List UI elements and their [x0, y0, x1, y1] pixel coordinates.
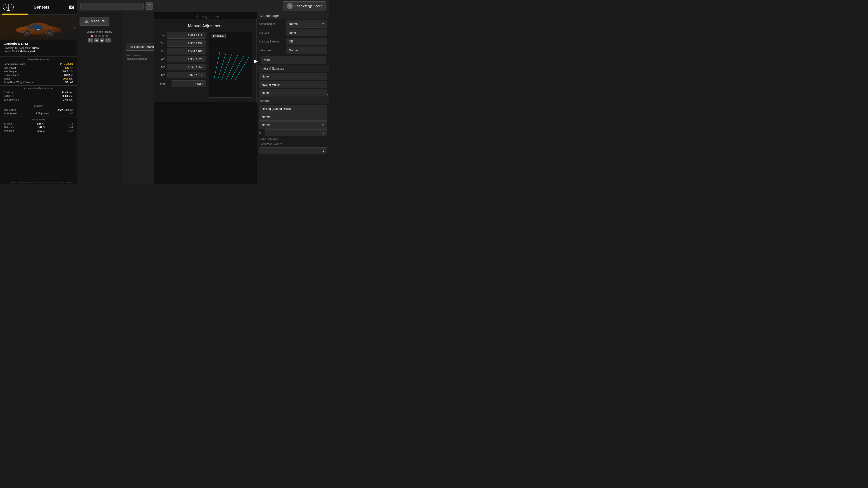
svg-line-18: [218, 53, 226, 80]
gear-2-value[interactable]: 1.933 / 152: [167, 40, 206, 46]
intercooler-select[interactable]: Normal: [286, 46, 327, 54]
supercharger-extra-select[interactable]: None: [260, 56, 326, 64]
brake-type-select[interactable]: Racing (Slotted Discs): [259, 105, 327, 112]
supercharger-section: Supercharger Turbocharger Normal ▼ Anti-…: [257, 12, 329, 65]
antilag-system-value: Off: [289, 40, 293, 43]
brake-pct-row: % 0: [259, 129, 327, 136]
drivetrain-row: Drivetrain FR / Aspiration Turbo: [4, 46, 73, 49]
brand-logo: [3, 3, 14, 12]
base-performance-title: Base Performance: [0, 58, 76, 61]
turbocharger-select[interactable]: Normal ▼: [286, 20, 327, 28]
engine-row: Engine Model V6-Genesis-X: [4, 50, 73, 53]
svg-line-19: [221, 54, 232, 80]
svg-text:102: 102: [37, 28, 40, 30]
antilag-system-select[interactable]: Off: [286, 38, 327, 45]
top-bar: ☰ ✎ Edit Settings Sheet: [77, 0, 329, 12]
weight-balance-value: 52 : 48: [65, 81, 73, 84]
modal-body: 1st 2.481 / 118 2nd 1.933 / 152 3rd 1.58…: [158, 32, 252, 98]
pp-row: Performance Points PP 702.10: [0, 62, 76, 66]
front-rear-balance-value-display: 0: [326, 142, 327, 146]
history-title: Measurement History: [79, 30, 120, 33]
rpm-badge: 6700 rpm: [211, 34, 225, 38]
edit-settings-button[interactable]: ✎ Edit Settings Sheet: [283, 1, 326, 11]
gear-3-label: 3rd: [158, 50, 165, 53]
gear-4-label: 4th: [158, 57, 165, 61]
pp-value: PP 702.10: [60, 62, 73, 66]
antilag-system-label: Anti-Lag System: [259, 40, 286, 43]
edit-settings-label: Edit Settings Sheet: [295, 4, 322, 8]
gear-1-value[interactable]: 2.481 / 118: [167, 32, 206, 39]
g120-label: 120 km/h: [4, 126, 14, 129]
cursor-arrow-icon: ▶: [254, 58, 257, 64]
turbocharger-value: Normal: [289, 22, 298, 26]
gear-3-value[interactable]: 1.584 / 186: [167, 48, 206, 55]
gear-chart-svg: [209, 32, 252, 97]
gear-6-label: 6th: [158, 73, 165, 76]
next-arrow-button[interactable]: ▶: [100, 38, 104, 42]
accel-1000-row: 0-1000 m 20.68 sec.: [0, 94, 76, 98]
final-value[interactable]: 3.000: [172, 80, 206, 87]
supercharger-extra-value: None: [264, 58, 271, 61]
intake-item-1[interactable]: None: [259, 73, 327, 80]
brake-pad-select[interactable]: Normal: [259, 113, 327, 121]
gear-5-value[interactable]: 1.142 / 258: [167, 64, 206, 70]
front-rear-balance-row: Front/Rear Balance 0: [257, 142, 329, 147]
intercooler-label: Intercooler: [259, 49, 286, 52]
dot-5: [105, 35, 108, 37]
brakes-section: Brakes Racing (Slotted Discs) Normal Nor…: [257, 97, 329, 154]
gear-chart: 6700 rpm: [209, 32, 252, 98]
brakes-title: Brakes: [257, 97, 329, 104]
weight-value: 2906 lbs.: [63, 77, 73, 80]
settings-menu-button[interactable]: ☰: [146, 2, 153, 10]
antilag-label: Anti-Lag: [259, 31, 286, 34]
accel-400-value: 11.48 sec.: [62, 91, 73, 94]
racing-muffler-value: Racing Muffler: [262, 83, 281, 86]
brake-duct-select[interactable]: Normal ▼: [259, 121, 327, 129]
antilag-value: None: [289, 31, 296, 34]
accel-100-150-value: 2.46 sec.: [63, 98, 73, 101]
measure-button[interactable]: Measure: [80, 17, 110, 26]
left-panel: Genesis 🇰🇷 ⚖ BoP Applied (M): [0, 0, 77, 184]
gear-row-4: 4th 1.335 / 220: [158, 56, 206, 62]
accel-400-label: 0-400 m: [4, 91, 13, 94]
accel-title: Acceleration Performance: [0, 87, 76, 90]
turbocharger-row: Turbocharger Normal ▼: [257, 20, 329, 28]
front-rear-input[interactable]: 0: [259, 147, 327, 154]
main-area: ☰ ✎ Edit Settings Sheet Measure Measurem…: [77, 0, 329, 184]
high-speed-value: -1.00 (Under): [35, 112, 49, 115]
settings-name-input[interactable]: [81, 3, 144, 9]
car-info: Genesis X GR3 Drivetrain FR / Aspiration…: [0, 39, 76, 55]
g240-value: 1.67 G: [37, 129, 44, 132]
pp-label: Performance Points: [4, 63, 26, 65]
measure-triangle-icon: [84, 20, 89, 23]
gear-row-3: 3rd 1.584 / 186: [158, 48, 206, 55]
low-speed-row: Low Speed -0.27 (Neutral): [0, 108, 76, 111]
max-torque-label: Max Torque: [4, 70, 17, 73]
brake-type-value: Racing (Slotted Discs): [262, 107, 291, 110]
expand-right-button[interactable]: ›: [327, 92, 329, 97]
gear-5-label: 5th: [158, 65, 165, 69]
high-speed-label: High Speed: [4, 112, 17, 115]
prev-arrow-button[interactable]: ◀: [94, 38, 99, 42]
antilag-select[interactable]: None: [286, 29, 327, 36]
racing-muffler-item[interactable]: Racing Muffler: [259, 81, 327, 88]
displacement-row: Displacement 3342 cc: [0, 73, 76, 77]
brake-balance-label: Brake Balance: [126, 54, 142, 57]
intake-exhaust-title: Intake & Exhaust: [257, 65, 329, 72]
antilag-row: Anti-Lag None: [257, 28, 329, 37]
car-image-area: 102 ›: [0, 15, 76, 39]
turbocharger-label: Turbocharger: [259, 22, 286, 26]
weight-label: Weight: [4, 77, 11, 80]
copyright-text: © 2023 Sony Interactive Entertainment In…: [10, 181, 74, 183]
brake-pct-input[interactable]: 0: [265, 129, 327, 136]
max-power-row: Max Power 525 HP: [0, 66, 76, 70]
gear-4-value[interactable]: 1.335 / 220: [167, 56, 206, 62]
g240-value2: 1.67: [68, 129, 73, 132]
accel-400-row: 0-400 m 11.48 sec.: [0, 91, 76, 94]
modal-overlay: Manual Adjustment 1st 2.481 / 118 2nd 1.…: [154, 12, 257, 184]
gear-6-value[interactable]: 0.975 / 315: [167, 72, 206, 78]
gear-2-label: 2nd: [158, 41, 165, 45]
antilag-system-row: Anti-Lag System Off: [257, 37, 329, 46]
dot-1: [91, 35, 93, 37]
exhaust-item-3[interactable]: None: [259, 89, 327, 96]
